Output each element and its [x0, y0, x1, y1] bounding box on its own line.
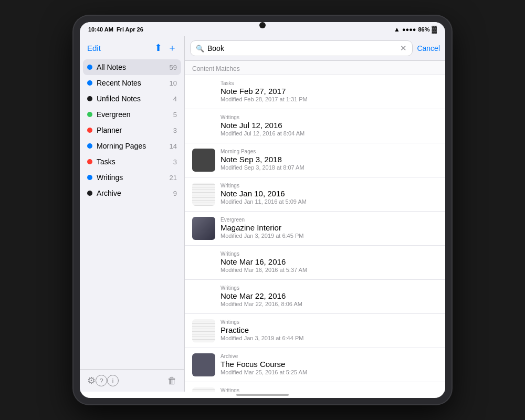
result-date-0: Modified Feb 28, 2017 at 1:31 PM — [220, 96, 438, 102]
search-input[interactable] — [207, 44, 397, 52]
sidebar-item-all-notes[interactable]: All Notes 59 — [83, 59, 181, 75]
result-text-8: Archive The Focus Course Modified Mar 25… — [220, 353, 438, 375]
label-all-notes: All Notes — [97, 63, 170, 71]
cancel-button[interactable]: Cancel — [417, 44, 440, 52]
wifi-icon: ▲ — [394, 26, 400, 33]
search-bar: 🔍 ✕ Cancel — [185, 36, 445, 61]
help-button[interactable]: ? — [96, 375, 107, 386]
result-title-4: Magazine Interior — [220, 223, 438, 232]
result-thumb-6 — [192, 285, 215, 308]
dot-tasks — [87, 159, 92, 164]
result-category-9: Writings — [220, 387, 438, 392]
result-date-7: Modified Jan 3, 2019 at 6:44 PM — [220, 335, 438, 341]
main-content: Edit ⬆ ＋ All Notes 59 Recent Notes 10 Un… — [80, 36, 445, 392]
dot-writings — [87, 175, 92, 180]
label-morning-pages: Morning Pages — [97, 142, 170, 150]
sidebar-item-planner[interactable]: Planner 3 — [80, 122, 184, 138]
add-button[interactable]: ＋ — [167, 41, 177, 54]
result-item[interactable]: Evergreen Magazine Interior Modified Jan… — [185, 212, 445, 246]
sidebar-item-evergreen[interactable]: Evergreen 5 — [80, 107, 184, 122]
sidebar: Edit ⬆ ＋ All Notes 59 Recent Notes 10 Un… — [80, 36, 185, 392]
result-category-0: Tasks — [220, 80, 438, 86]
dot-archive — [87, 191, 92, 196]
result-item[interactable]: Tasks Note Feb 27, 2017 Modified Feb 28,… — [185, 75, 445, 109]
label-unfiled-notes: Unfiled Notes — [97, 94, 173, 103]
sidebar-footer: ⚙ ? i 🗑 — [80, 369, 184, 392]
result-date-5: Modified Mar 16, 2016 at 5:37 AM — [220, 267, 438, 273]
camera — [259, 22, 266, 28]
result-item[interactable]: Morning Pages Note Sep 3, 2018 Modified … — [185, 143, 445, 177]
result-title-7: Practice — [220, 326, 438, 334]
search-input-wrap: 🔍 ✕ — [190, 40, 413, 56]
home-indicator — [236, 394, 289, 396]
result-title-5: Note Mar 16, 2016 — [220, 257, 438, 266]
sidebar-item-unfiled-notes[interactable]: Unfiled Notes 4 — [80, 91, 184, 107]
info-button[interactable]: i — [107, 375, 119, 386]
label-writings: Writings — [97, 173, 170, 182]
count-planner: 3 — [173, 127, 177, 134]
dot-all-notes — [87, 65, 92, 70]
result-date-8: Modified Mar 25, 2016 at 5:25 AM — [220, 369, 438, 375]
result-item[interactable]: Writings Embracing Creativity Modified J… — [185, 382, 445, 392]
status-date: Fri Apr 26 — [117, 26, 143, 33]
result-thumb-2 — [192, 149, 215, 172]
battery-icon: ▓ — [432, 25, 437, 33]
settings-button[interactable]: ⚙ — [87, 375, 96, 386]
status-time: 10:40 AM — [88, 26, 113, 33]
result-category-7: Writings — [220, 319, 438, 325]
result-text-3: Writings Note Jan 10, 2016 Modified Jan … — [220, 183, 438, 205]
label-planner: Planner — [97, 126, 173, 134]
dot-recent-notes — [87, 80, 92, 86]
dot-evergreen — [87, 112, 92, 117]
result-category-1: Writings — [220, 114, 438, 120]
results-list: Tasks Note Feb 27, 2017 Modified Feb 28,… — [185, 75, 445, 392]
result-item[interactable]: Writings Note Mar 16, 2016 Modified Mar … — [185, 246, 445, 280]
result-item[interactable]: Writings Note Jan 10, 2016 Modified Jan … — [185, 177, 445, 212]
result-thumb-1 — [192, 114, 215, 138]
sidebar-item-recent-notes[interactable]: Recent Notes 10 — [80, 75, 184, 91]
result-item[interactable]: Writings Note Jul 12, 2016 Modified Jul … — [185, 109, 445, 143]
share-button[interactable]: ⬆ — [154, 42, 162, 54]
status-left: 10:40 AM Fri Apr 26 — [88, 26, 143, 33]
dot-morning-pages — [87, 143, 92, 149]
sidebar-item-tasks[interactable]: Tasks 3 — [80, 154, 184, 170]
dot-unfiled-notes — [87, 96, 92, 101]
sidebar-item-writings[interactable]: Writings 21 — [80, 170, 184, 185]
count-writings: 21 — [170, 174, 177, 182]
result-title-1: Note Jul 12, 2016 — [220, 121, 438, 130]
result-category-8: Archive — [220, 353, 438, 359]
result-category-6: Writings — [220, 285, 438, 291]
result-title-2: Note Sep 3, 2018 — [220, 155, 438, 164]
ipad-device: 10:40 AM Fri Apr 26 ▲ ●●●● 86% ▓ Edit ⬆ … — [74, 16, 452, 404]
result-date-3: Modified Jan 11, 2016 at 5:09 AM — [220, 198, 438, 205]
count-tasks: 3 — [173, 158, 177, 166]
result-thumb-0 — [192, 80, 215, 103]
result-text-0: Tasks Note Feb 27, 2017 Modified Feb 28,… — [220, 80, 438, 102]
result-item[interactable]: Writings Practice Modified Jan 3, 2019 a… — [185, 314, 445, 348]
result-thumb-8 — [192, 353, 215, 376]
edit-button[interactable]: Edit — [87, 44, 101, 52]
content-matches-label: Content Matches — [192, 65, 240, 72]
search-clear-button[interactable]: ✕ — [400, 44, 407, 53]
screen: 10:40 AM Fri Apr 26 ▲ ●●●● 86% ▓ Edit ⬆ … — [80, 22, 445, 398]
content-matches-header: Content Matches — [185, 61, 445, 75]
sidebar-item-archive[interactable]: Archive 9 — [80, 185, 184, 201]
result-date-4: Modified Jan 3, 2019 at 6:45 PM — [220, 233, 438, 239]
label-tasks: Tasks — [97, 158, 173, 166]
label-archive: Archive — [97, 189, 173, 197]
label-evergreen: Evergreen — [97, 110, 173, 119]
trash-button[interactable]: 🗑 — [167, 375, 177, 386]
result-text-4: Evergreen Magazine Interior Modified Jan… — [220, 217, 438, 239]
result-item[interactable]: Writings Note Mar 22, 2016 Modified Mar … — [185, 280, 445, 314]
sidebar-item-morning-pages[interactable]: Morning Pages 14 — [80, 138, 184, 154]
sidebar-header: Edit ⬆ ＋ — [80, 36, 184, 58]
count-recent-notes: 10 — [170, 79, 177, 87]
result-text-1: Writings Note Jul 12, 2016 Modified Jul … — [220, 114, 438, 136]
result-thumb-4 — [192, 217, 215, 240]
count-evergreen: 5 — [173, 111, 177, 119]
signal-icon: ●●●● — [402, 26, 416, 33]
result-item[interactable]: Archive The Focus Course Modified Mar 25… — [185, 348, 445, 382]
search-panel: 🔍 ✕ Cancel Content Matches Tasks Note Fe… — [185, 36, 445, 392]
search-icon: 🔍 — [196, 45, 204, 52]
sidebar-list: All Notes 59 Recent Notes 10 Unfiled Not… — [80, 58, 184, 369]
